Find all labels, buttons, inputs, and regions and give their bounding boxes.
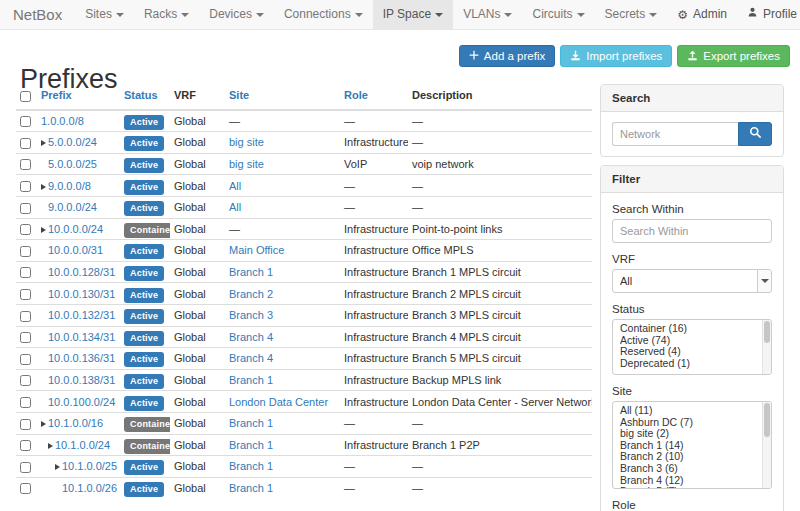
row-checkbox[interactable] xyxy=(20,397,31,408)
add-a-prefix-button[interactable]: Add a prefix xyxy=(459,45,555,67)
expand-arrow-icon[interactable] xyxy=(41,421,46,427)
app-brand[interactable]: NetBox xyxy=(0,0,75,29)
nav-item-vlans[interactable]: VLANs xyxy=(453,0,522,29)
prefix-link[interactable]: 10.0.0.128/31 xyxy=(48,266,115,278)
row-checkbox[interactable] xyxy=(20,354,31,365)
listbox-option[interactable]: Branch 3 (6) xyxy=(613,463,771,475)
select-all-checkbox[interactable] xyxy=(20,91,31,102)
prefix-link[interactable]: 5.0.0.0/25 xyxy=(48,158,97,170)
nav-item-admin[interactable]: ⚙Admin xyxy=(667,0,737,29)
row-checkbox[interactable] xyxy=(20,289,31,300)
scrollbar-thumb[interactable] xyxy=(764,403,770,437)
prefix-link[interactable]: 10.0.0.132/31 xyxy=(48,309,115,321)
nav-item-racks[interactable]: Racks xyxy=(134,0,199,29)
site-link[interactable]: Branch 1 xyxy=(229,374,273,386)
column-header-status[interactable]: Status xyxy=(120,84,170,110)
listbox-option[interactable]: Branch 2 (10) xyxy=(613,451,771,463)
expand-arrow-icon[interactable] xyxy=(55,464,60,470)
expand-arrow-icon[interactable] xyxy=(48,443,53,449)
site-link[interactable]: Branch 4 xyxy=(229,352,273,364)
filter-listbox-site[interactable]: All (11)Ashburn DC (7)big site (2)Branch… xyxy=(612,401,772,489)
row-checkbox[interactable] xyxy=(20,246,31,257)
scrollbar-thumb[interactable] xyxy=(764,321,770,343)
prefix-link[interactable]: 10.0.0.136/31 xyxy=(48,352,115,364)
listbox-option[interactable]: Reserved (4) xyxy=(613,346,771,358)
prefix-link[interactable]: 10.1.0.0/24 xyxy=(55,439,110,451)
site-link[interactable]: Branch 2 xyxy=(229,288,273,300)
nav-item-connections[interactable]: Connections xyxy=(274,0,373,29)
nav-item-circuits[interactable]: Circuits xyxy=(522,0,594,29)
prefix-link[interactable]: 10.0.0.130/31 xyxy=(48,288,115,300)
site-link[interactable]: big site xyxy=(229,136,264,148)
row-checkbox[interactable] xyxy=(20,224,31,235)
prefix-link[interactable]: 5.0.0.0/24 xyxy=(48,136,97,148)
row-checkbox[interactable] xyxy=(20,375,31,386)
site-link[interactable]: London Data Center xyxy=(229,396,328,408)
listbox-option[interactable]: big site (2) xyxy=(613,428,771,440)
listbox-option[interactable]: All (11) xyxy=(613,405,771,417)
site-link[interactable]: Branch 1 xyxy=(229,439,273,451)
row-checkbox[interactable] xyxy=(20,267,31,278)
nav-item-profile[interactable]: Profile xyxy=(737,0,800,29)
search-button[interactable] xyxy=(738,122,772,146)
row-checkbox[interactable] xyxy=(20,116,31,127)
prefix-link[interactable]: 9.0.0.0/24 xyxy=(48,201,97,213)
row-checkbox[interactable] xyxy=(20,440,31,451)
filter-listbox-status[interactable]: Container (16)Active (74)Reserved (4)Dep… xyxy=(612,319,772,375)
column-header-prefix[interactable]: Prefix xyxy=(37,84,120,110)
row-checkbox[interactable] xyxy=(20,462,31,473)
prefix-link[interactable]: 10.0.0.0/24 xyxy=(48,223,103,235)
row-checkbox[interactable] xyxy=(20,419,31,430)
listbox-option[interactable]: Branch 1 (14) xyxy=(613,440,771,452)
filter-input-search-within[interactable] xyxy=(612,219,772,243)
site-link[interactable]: Branch 1 xyxy=(229,482,273,494)
prefix-link[interactable]: 10.1.0.0/25 xyxy=(62,460,117,472)
prefix-link[interactable]: 10.0.0.138/31 xyxy=(48,374,115,386)
row-checkbox[interactable] xyxy=(20,311,31,322)
scrollbar[interactable] xyxy=(762,320,771,374)
row-checkbox[interactable] xyxy=(20,159,31,170)
scrollbar[interactable] xyxy=(762,402,771,488)
expand-arrow-icon[interactable] xyxy=(41,184,46,190)
site-link[interactable]: Branch 1 xyxy=(229,417,273,429)
row-checkbox[interactable] xyxy=(20,332,31,343)
site-link[interactable]: All xyxy=(229,180,241,192)
prefix-link[interactable]: 10.1.0.0/16 xyxy=(48,417,103,429)
prefix-link[interactable]: 1.0.0.0/8 xyxy=(41,115,84,127)
nav-item-secrets[interactable]: Secrets xyxy=(595,0,668,29)
expand-arrow-icon[interactable] xyxy=(41,140,46,146)
row-checkbox[interactable] xyxy=(20,203,31,214)
import-prefixes-button[interactable]: Import prefixes xyxy=(560,45,672,67)
site-link[interactable]: All xyxy=(229,201,241,213)
expand-arrow-icon[interactable] xyxy=(41,227,46,233)
export-prefixes-button[interactable]: Export prefixes xyxy=(677,45,790,67)
listbox-option[interactable]: Container (16) xyxy=(613,323,771,335)
prefix-link[interactable]: 10.0.100.0/24 xyxy=(48,396,115,408)
nav-item-ip-space[interactable]: IP Space xyxy=(373,0,453,29)
listbox-option[interactable]: Ashburn DC (7) xyxy=(613,417,771,429)
prefix-link[interactable]: 10.1.0.0/26 xyxy=(62,482,117,494)
listbox-option[interactable]: Branch 4 (12) xyxy=(613,475,771,487)
site-cell: big site xyxy=(225,153,340,175)
search-input[interactable] xyxy=(612,122,738,146)
column-header-site[interactable]: Site xyxy=(225,84,340,110)
prefix-link[interactable]: 10.0.0.134/31 xyxy=(48,331,115,343)
listbox-option[interactable]: Branch 5 (7) xyxy=(613,486,771,489)
prefix-link[interactable]: 9.0.0.0/8 xyxy=(48,180,91,192)
site-link[interactable]: Branch 1 xyxy=(229,460,273,472)
site-link[interactable]: Branch 3 xyxy=(229,309,273,321)
site-link[interactable]: big site xyxy=(229,158,264,170)
site-link[interactable]: Branch 1 xyxy=(229,266,273,278)
row-checkbox[interactable] xyxy=(20,181,31,192)
filter-select-vrf[interactable]: All xyxy=(612,269,772,293)
site-link[interactable]: Main Office xyxy=(229,244,284,256)
listbox-option[interactable]: Active (74) xyxy=(613,335,771,347)
nav-item-sites[interactable]: Sites xyxy=(75,0,134,29)
listbox-option[interactable]: Deprecated (1) xyxy=(613,358,771,370)
site-link[interactable]: Branch 4 xyxy=(229,331,273,343)
prefix-link[interactable]: 10.0.0.0/31 xyxy=(48,244,103,256)
nav-item-devices[interactable]: Devices xyxy=(199,0,274,29)
row-checkbox[interactable] xyxy=(20,483,31,494)
column-header-role[interactable]: Role xyxy=(340,84,408,110)
row-checkbox[interactable] xyxy=(20,138,31,149)
